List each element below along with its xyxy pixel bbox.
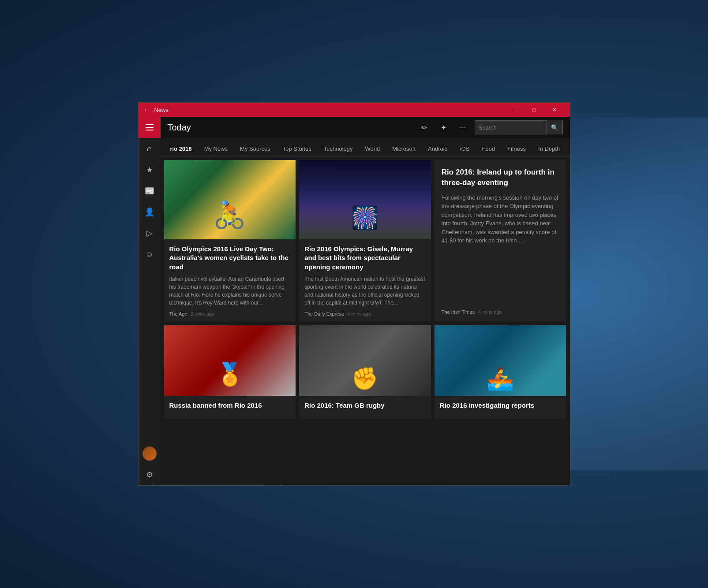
article-meta-2: The Daily Express 4 mins ago <box>304 311 426 316</box>
article-title-4: Russia banned from Rio 2016 <box>169 401 291 410</box>
article-time-2: 4 mins ago <box>347 311 371 316</box>
edit-icon: ✏ <box>421 123 427 132</box>
article-text-5: Rio 2016: Team GB rugby <box>299 396 431 419</box>
brightness-button[interactable]: ✦ <box>436 119 452 135</box>
sidebar-item-emoji[interactable]: ☺ <box>139 244 161 265</box>
article-card-2[interactable]: Rio 2016 Olympics: Gisele, Murray and be… <box>299 160 431 322</box>
tab-microsoft[interactable]: Microsoft <box>386 142 422 156</box>
article-meta-3: The Irish Times 4 mins ago <box>442 309 559 315</box>
article-text-1: Rio Olympics 2016 Live Day Two: Australi… <box>164 239 296 322</box>
tab-mysources[interactable]: My Sources <box>234 142 277 156</box>
play-icon: ▷ <box>146 228 153 238</box>
article-card-3[interactable]: Rio 2016: Ireland up to fourth in three-… <box>435 160 566 322</box>
article-card-6[interactable]: Rio 2016 investigating reports <box>435 325 566 419</box>
article-text-6: Rio 2016 investigating reports <box>435 396 566 419</box>
close-button[interactable]: ✕ <box>544 103 565 117</box>
more-button[interactable]: ··· <box>455 119 471 135</box>
tab-world[interactable]: World <box>359 142 386 156</box>
search-button[interactable]: 🔍 <box>547 120 562 134</box>
article-image-6 <box>435 325 566 396</box>
article-excerpt-2: The first South American nation to host … <box>304 275 426 307</box>
app-window: ← News — □ ✕ ⌂ ★ 📰 👤 <box>138 102 570 486</box>
article-title-5: Rio 2016: Team GB rugby <box>304 401 426 410</box>
topbar: Today ✏ ✦ ··· 🔍 <box>161 117 570 138</box>
tab-fitness[interactable]: Fitness <box>501 142 532 156</box>
tab-mynews[interactable]: My News <box>198 142 234 156</box>
tab-technology[interactable]: Technology <box>318 142 359 156</box>
news-icon: 📰 <box>145 186 154 196</box>
article-source-1: The Age <box>169 311 187 316</box>
window-title: News <box>154 107 504 113</box>
article-card-4[interactable]: Russia banned from Rio 2016 <box>164 325 296 419</box>
article-meta-1: The Age 2 mins ago <box>169 311 291 316</box>
article-card-1[interactable]: Rio Olympics 2016 Live Day Two: Australi… <box>164 160 296 322</box>
sidebar-item-people[interactable]: 👤 <box>139 201 161 223</box>
article-image-2 <box>299 160 431 239</box>
main-content: Today ✏ ✦ ··· 🔍 <box>161 117 570 485</box>
user-avatar[interactable] <box>139 443 161 464</box>
app-body: ⌂ ★ 📰 👤 ▷ ☺ ⚙ <box>139 117 570 485</box>
article-title-3: Rio 2016: Ireland up to fourth in three-… <box>442 167 559 188</box>
emoji-icon: ☺ <box>145 250 153 259</box>
search-box: 🔍 <box>475 120 563 134</box>
nav-tabs: rio 2016 My News My Sources Top Stories … <box>161 138 570 156</box>
article-image-1 <box>164 160 296 239</box>
star-icon: ★ <box>146 165 153 175</box>
sidebar-item-news[interactable]: 📰 <box>139 180 161 201</box>
titlebar: ← News — □ ✕ <box>139 103 570 117</box>
brightness-icon: ✦ <box>441 123 446 132</box>
article-card-5[interactable]: Rio 2016: Team GB rugby <box>299 325 431 419</box>
hamburger-icon <box>146 124 154 130</box>
back-button[interactable]: ← <box>144 106 150 113</box>
gear-icon: ⚙ <box>146 470 153 480</box>
article-time-3: 4 mins ago <box>478 309 502 315</box>
sidebar-item-play[interactable]: ▷ <box>139 223 161 244</box>
articles-grid: Rio Olympics 2016 Live Day Two: Australi… <box>164 160 566 419</box>
sidebar: ⌂ ★ 📰 👤 ▷ ☺ ⚙ <box>139 117 161 485</box>
article-excerpt-3: Following the morning's session on day t… <box>442 194 559 305</box>
article-text-2: Rio 2016 Olympics: Gisele, Murray and be… <box>299 239 431 322</box>
tab-android[interactable]: Android <box>422 142 454 156</box>
topbar-actions: ✏ ✦ ··· 🔍 <box>416 119 563 135</box>
menu-button[interactable] <box>139 117 161 138</box>
tab-topstories[interactable]: Top Stories <box>277 142 318 156</box>
people-icon: 👤 <box>145 207 154 217</box>
tab-rio2016[interactable]: rio 2016 <box>164 142 198 156</box>
home-icon: ⌂ <box>147 144 152 153</box>
maximize-button[interactable]: □ <box>524 103 544 117</box>
minimize-button[interactable]: — <box>504 103 524 117</box>
window-controls: — □ ✕ <box>504 103 565 117</box>
search-input[interactable] <box>475 124 547 131</box>
edit-button[interactable]: ✏ <box>416 119 432 135</box>
article-image-5 <box>299 325 431 396</box>
articles-area[interactable]: Rio Olympics 2016 Live Day Two: Australi… <box>161 156 570 485</box>
article-text-4: Russia banned from Rio 2016 <box>164 396 296 419</box>
article-text-3: Rio 2016: Ireland up to fourth in three-… <box>435 160 566 322</box>
article-source-3: The Irish Times <box>442 309 475 315</box>
tab-style[interactable]: Style <box>566 142 569 156</box>
tab-indepth[interactable]: In Depth <box>532 142 566 156</box>
article-source-2: The Daily Express <box>304 311 344 316</box>
tab-ios[interactable]: iOS <box>454 142 476 156</box>
page-title: Today <box>168 123 416 133</box>
article-title-1: Rio Olympics 2016 Live Day Two: Australi… <box>169 245 291 272</box>
article-time-1: 2 mins ago <box>191 311 214 316</box>
article-excerpt-1: Italian beach volleyballer Adrian Caramb… <box>169 275 291 307</box>
article-title-6: Rio 2016 investigating reports <box>440 401 561 410</box>
article-title-2: Rio 2016 Olympics: Gisele, Murray and be… <box>304 245 426 272</box>
article-image-4 <box>164 325 296 396</box>
more-icon: ··· <box>460 123 466 131</box>
sidebar-item-favorites[interactable]: ★ <box>139 159 161 180</box>
settings-button[interactable]: ⚙ <box>139 464 161 485</box>
avatar-circle <box>142 447 157 461</box>
search-icon: 🔍 <box>551 124 558 131</box>
tab-food[interactable]: Food <box>476 142 502 156</box>
sidebar-item-home[interactable]: ⌂ <box>139 138 161 159</box>
